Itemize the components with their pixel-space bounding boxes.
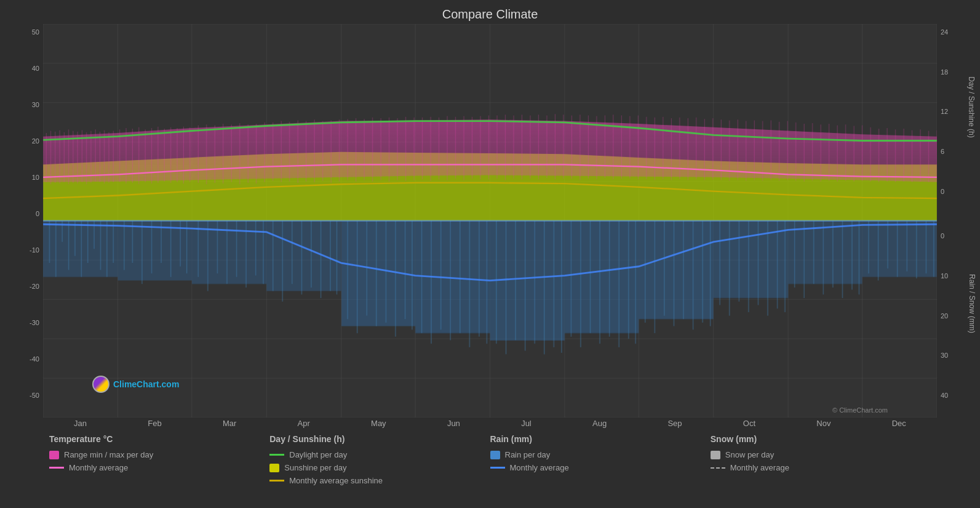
month-apr: Apr (298, 419, 310, 428)
legend-temp-avg: Monthly average (49, 463, 269, 472)
month-sep: Sep (667, 419, 682, 428)
legend-temp-range-swatch (49, 451, 59, 459)
legend-rain-per-day: Rain per day (490, 450, 711, 459)
legend-daylight-swatch (269, 454, 284, 456)
month-jan: Jan (74, 419, 87, 428)
legend-temp-avg-swatch (49, 467, 64, 469)
legend-snow-avg: Monthly average (711, 463, 931, 472)
legend-temp-title: Temperature °C (49, 434, 269, 444)
legend-sunshine-avg-swatch (269, 480, 284, 482)
month-oct: Oct (743, 419, 755, 428)
y-axis-right-label-sunshine: Day / Sunshine (h) (966, 76, 975, 137)
page-container: Compare Climate San Miguel de Allende Sa… (0, 0, 980, 508)
legend-sunshine-per-day: Sunshine per day (269, 463, 490, 472)
legend-snow-title: Snow (mm) (711, 434, 931, 444)
legend-snow-swatch (711, 451, 720, 459)
chart-svg (43, 24, 937, 417)
legend-sunshine: Day / Sunshine (h) Daylight per day Suns… (269, 434, 490, 502)
legend-rain-swatch (490, 451, 500, 459)
month-mar: Mar (223, 419, 236, 428)
legend-rain-avg-swatch (490, 467, 505, 469)
chart-inner: ClimeChart.com © ClimeChart.com (43, 24, 937, 417)
chart-title: Compare Climate (0, 0, 980, 24)
logo-icon-bottom (92, 376, 110, 393)
chart-area: 50 40 30 20 10 0 -10 -20 -30 -40 -50 (6, 24, 974, 417)
y-axis-left: 50 40 30 20 10 0 -10 -20 -30 -40 -50 (6, 24, 43, 417)
legend-daylight: Daylight per day (269, 450, 490, 459)
legend-sunshine-avg: Monthly average sunshine (269, 476, 490, 485)
legend-rain: Rain (mm) Rain per day Monthly average (490, 434, 711, 502)
x-axis: Jan Feb Mar Apr May Jun Jul Aug Sep Oct … (0, 417, 980, 428)
legend-snow-avg-swatch (711, 467, 725, 469)
month-aug: Aug (592, 419, 607, 428)
month-may: May (371, 419, 386, 428)
legend-area: Temperature °C Range min / max per day M… (0, 428, 980, 508)
y-axis-right-label-rain: Rain / Snow (mm) (968, 274, 976, 333)
copyright: © ClimeChart.com (832, 406, 888, 414)
logo-watermark-bottom: ClimeChart.com (92, 376, 179, 393)
y-axis-right: 24 18 12 6 0 0 10 20 30 40 Day / Sunshin… (937, 24, 974, 417)
svg-rect-32 (565, 221, 639, 334)
legend-sunshine-title: Day / Sunshine (h) (269, 434, 490, 444)
logo-text-bottom: ClimeChart.com (113, 379, 179, 389)
legend-temp-range: Range min / max per day (49, 450, 269, 459)
month-dec: Dec (892, 419, 906, 428)
month-feb: Feb (148, 419, 161, 428)
legend-sunshine-rect-swatch (269, 464, 279, 472)
legend-snow: Snow (mm) Snow per day Monthly average (711, 434, 931, 502)
legend-snow-per-day: Snow per day (711, 450, 931, 459)
legend-rain-title: Rain (mm) (490, 434, 711, 444)
svg-rect-35 (788, 221, 862, 284)
legend-temperature: Temperature °C Range min / max per day M… (49, 434, 269, 502)
month-nov: Nov (816, 419, 831, 428)
month-jul: Jul (521, 419, 532, 428)
month-jun: Jun (447, 419, 460, 428)
legend-rain-avg: Monthly average (490, 463, 711, 472)
